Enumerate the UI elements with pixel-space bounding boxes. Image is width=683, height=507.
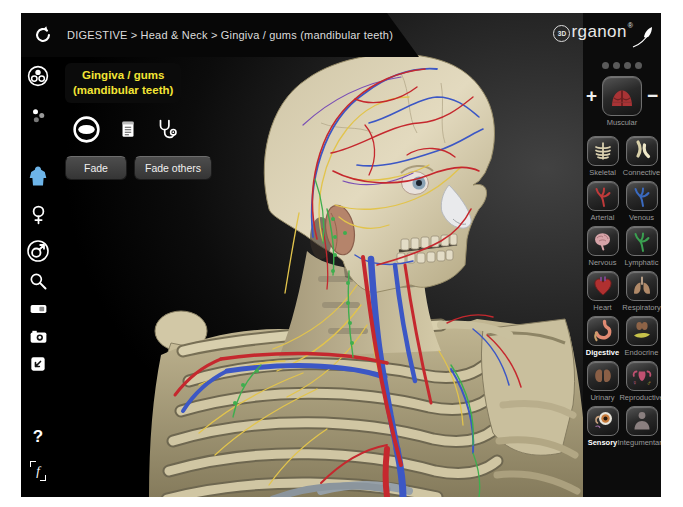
system-button-urinary[interactable] (587, 361, 619, 391)
toolbar-female-model-button[interactable] (28, 204, 49, 225)
system-button-reproductive[interactable]: ♀♂ (626, 361, 658, 391)
muscular-icon (607, 81, 637, 111)
system-cell-sensory: Sensory (585, 406, 620, 451)
page-dot[interactable] (624, 62, 631, 69)
system-cell-nervous: Nervous (585, 226, 620, 271)
logo-name: rganon (571, 22, 626, 42)
toolbar-multi-select-button[interactable] (28, 106, 48, 126)
toolbar-xray-mode-button[interactable] (28, 298, 49, 319)
breadcrumb: DIGESTIVE > Head & Neck > Gingiva / gums… (67, 29, 393, 41)
system-button-muscular[interactable] (602, 76, 642, 116)
toolbar-models-button[interactable] (26, 64, 50, 88)
toolbar-shortcuts-button[interactable]: f (30, 461, 46, 481)
system-button-arterial[interactable] (587, 181, 619, 211)
connective-icon (630, 139, 654, 163)
system-label-reproductive: Reproductive (619, 393, 661, 402)
system-label-respiratory: Respiratory (622, 303, 660, 312)
female-icon (28, 204, 49, 225)
venous-icon (630, 184, 654, 208)
system-cell-endocrine: Endocrine (624, 316, 659, 361)
system-button-digestive[interactable] (587, 316, 619, 346)
reproductive-icon: ♀♂ (630, 364, 654, 388)
system-button-sensory[interactable] (587, 406, 619, 436)
search-icon (28, 271, 48, 291)
lymphatic-icon (630, 229, 654, 253)
svg-text:♂: ♂ (646, 379, 651, 386)
respiratory-icon (630, 274, 654, 298)
system-label-endocrine: Endocrine (625, 348, 659, 357)
system-label-lymphatic: Lymphatic (625, 258, 659, 267)
organon-logo: 3Drganon® (553, 19, 655, 53)
system-label-arterial: Arterial (591, 213, 615, 222)
toolbar-minimize-view-button[interactable] (28, 354, 48, 374)
system-label-urinary: Urinary (590, 393, 614, 402)
system-cell-venous: Venous (624, 181, 659, 226)
add-system-button[interactable]: + (584, 86, 599, 105)
system-cell-lymphatic: Lymphatic (624, 226, 659, 271)
toolbar-screenshot-button[interactable] (28, 326, 49, 347)
clinical-button[interactable] (154, 117, 178, 141)
left-toolbar: ?f (21, 57, 55, 497)
system-button-connective[interactable] (626, 136, 658, 166)
system-cell-reproductive: ♀♂Reproductive (624, 361, 659, 406)
visibility-button[interactable] (71, 114, 102, 145)
system-button-heart[interactable] (587, 271, 619, 301)
fade-button[interactable]: Fade (65, 156, 127, 180)
system-button-respiratory[interactable] (626, 271, 658, 301)
screenshot-page: DIGESTIVE > Head & Neck > Gingiva / gums… (0, 0, 683, 507)
selected-structure-title: Gingiva / gums (mandibular teeth) (65, 63, 181, 103)
dots-icon (28, 106, 48, 126)
page-dot[interactable] (602, 62, 609, 69)
question-icon: ? (33, 427, 43, 447)
system-button-venous[interactable] (626, 181, 658, 211)
systems-panel: + Muscular − SkeletalConnectiveArterialV… (583, 13, 661, 497)
system-button-endocrine[interactable] (626, 316, 658, 346)
system-label-venous: Venous (629, 213, 654, 222)
toolbar-help-button[interactable]: ? (33, 427, 43, 447)
system-cell-digestive: Digestive (585, 316, 620, 361)
stethoscope-icon (154, 117, 178, 141)
torso-icon (26, 164, 50, 188)
fade-buttons: Fade Fade others (65, 156, 225, 180)
notes-button[interactable] (117, 118, 139, 140)
toolbar-male-model-button[interactable] (26, 239, 50, 263)
toolbar-search-button[interactable] (28, 271, 48, 291)
systems-grid: SkeletalConnectiveArterialVenousNervousL… (585, 136, 659, 451)
reload-icon (32, 24, 56, 46)
system-button-integumentary[interactable] (626, 406, 658, 436)
system-label-skeletal: Skeletal (589, 168, 616, 177)
fkey-icon: f (30, 461, 46, 481)
system-cell-heart: Heart (585, 271, 620, 316)
system-cell-skeletal: Skeletal (585, 136, 620, 181)
system-label-nervous: Nervous (589, 258, 617, 267)
system-button-lymphatic[interactable] (626, 226, 658, 256)
selection-tools (71, 114, 225, 145)
system-cell-urinary: Urinary (585, 361, 620, 406)
page-dot[interactable] (635, 62, 642, 69)
xray-icon (28, 298, 49, 319)
selected-structure-line2: (mandibular teeth) (73, 83, 173, 98)
system-label-connective: Connective (623, 168, 661, 177)
fade-others-button[interactable]: Fade others (134, 156, 212, 180)
page-indicator[interactable] (602, 62, 642, 69)
eye-icon (71, 114, 102, 145)
system-button-nervous[interactable] (587, 226, 619, 256)
digestive-icon (591, 319, 615, 343)
sensory-icon (591, 409, 615, 433)
notes-icon (117, 118, 139, 140)
top-bar: DIGESTIVE > Head & Neck > Gingiva / gums… (21, 13, 421, 57)
camera-icon (28, 326, 49, 347)
selected-structure-line1: Gingiva / gums (73, 68, 173, 83)
system-button-skeletal[interactable] (587, 136, 619, 166)
featured-system-label: Muscular (607, 118, 637, 127)
toolbar-body-torso-button[interactable] (26, 164, 50, 188)
page-dot[interactable] (613, 62, 620, 69)
system-label-heart: Heart (593, 303, 611, 312)
organon-app-window: DIGESTIVE > Head & Neck > Gingiva / gums… (21, 13, 661, 497)
system-cell-integumentary: Integumentary (624, 406, 659, 451)
system-label-integumentary: Integumentary (618, 438, 661, 447)
reset-view-button[interactable] (32, 23, 56, 47)
system-label-sensory: Sensory (588, 438, 618, 447)
urinary-icon (591, 364, 615, 388)
remove-system-button[interactable]: − (645, 86, 660, 105)
